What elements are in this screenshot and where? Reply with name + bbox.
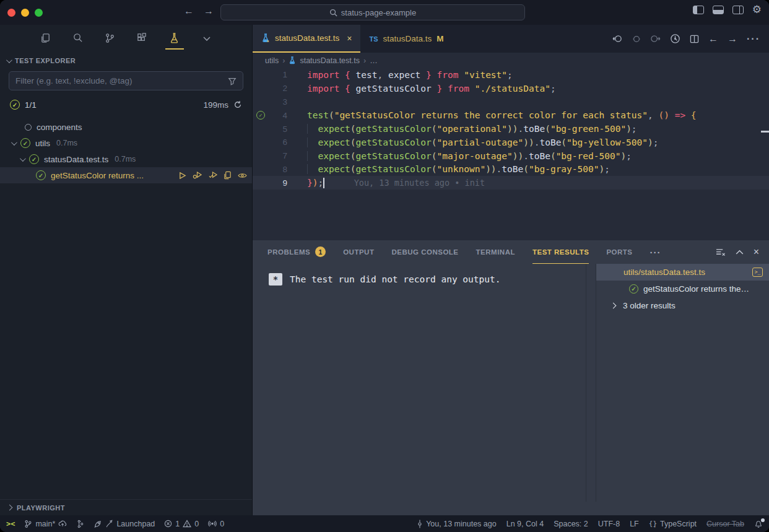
indentation-item[interactable]: Spaces: 2 [554,520,588,528]
toggle-left-sidebar-icon[interactable] [693,6,704,14]
git-branch-item[interactable]: main* [24,520,67,528]
breadcrumb-separator: › [363,56,366,65]
line-number: 8 [269,165,287,174]
history-forward-button[interactable]: → [202,6,215,17]
git-branch-icon [24,520,32,528]
test-file-icon: s [261,33,270,43]
result-row-file[interactable]: utils/statusData.test.ts >_ [596,264,769,281]
gear-icon[interactable]: ⚙ [752,6,762,14]
reveal-test-icon[interactable] [238,172,247,179]
error-icon [164,520,172,528]
chevron-down-icon [6,57,12,63]
result-row-older[interactable]: 3 older results [596,297,769,314]
titlebar: ← → status-page-example ⚙ [0,0,769,25]
more-actions-icon[interactable]: ··· [747,33,760,45]
app-window: ← → status-page-example ⚙ [0,0,769,532]
command-center-search[interactable]: status-page-example [220,4,525,20]
close-window-button[interactable] [7,9,15,17]
ports-status-item[interactable]: 0 [208,520,224,528]
run-circle-icon[interactable] [632,35,641,43]
remote-indicator[interactable]: >< [6,520,15,528]
toggle-bottom-panel-icon[interactable] [713,6,724,14]
tab-output[interactable]: OUTPUT [343,240,374,264]
launchpad-item[interactable]: Launchpad [93,520,155,528]
code-line-8: 8 expect(getStatusColor("unknown")).toBe… [253,163,769,177]
blame-status-item[interactable]: You, 13 minutes ago [417,520,497,528]
search-icon [329,9,337,17]
breadcrumb-file[interactable]: statusData.test.ts [300,56,360,65]
tree-item-components[interactable]: components [0,119,252,135]
rocket-icon [93,520,102,528]
breadcrumb-symbol[interactable]: … [370,56,378,65]
extensions-icon[interactable] [133,28,152,50]
run-next-icon[interactable] [650,34,661,43]
run-previous-icon[interactable] [612,34,623,43]
code-line-1: 1import { test, expect } from "vitest"; [253,68,769,82]
search-view-icon[interactable] [69,28,87,50]
explorer-icon[interactable] [37,28,55,50]
tree-item-utils[interactable]: ✓ utils 0.7ms [0,135,252,151]
navigate-back-icon[interactable]: ← [708,33,718,45]
tab-terminal[interactable]: TERMINAL [476,240,515,264]
test-explorer-header[interactable]: TEST EXPLORER [0,53,252,69]
language-mode-item[interactable]: {̹} TypeScript [649,520,697,528]
eol-item[interactable]: LF [630,520,639,528]
code-editor[interactable]: 1import { test, expect } from "vitest";2… [253,68,769,240]
test-filter-input[interactable] [15,76,228,85]
line-number: 5 [269,124,287,134]
navigate-forward-icon[interactable]: → [728,33,737,45]
zoom-window-button[interactable] [35,9,43,17]
close-tab-icon[interactable]: × [347,33,352,43]
terminal-icon[interactable]: >_ [752,268,763,277]
cursor-position-item[interactable]: Ln 9, Col 4 [506,520,544,528]
code-line-4: ✓4test("getStatusColor returns the corre… [253,108,769,122]
chevron-down-icon [11,139,17,146]
test-pass-gutter-icon: ✓ [256,111,265,120]
playwright-label: PLAYWRIGHT [17,504,65,512]
maximize-panel-icon[interactable] [736,250,744,255]
search-text: status-page-example [341,8,416,17]
result-row-test[interactable]: ✓ getStatusColor returns the… [596,281,769,297]
cursor-tab-item[interactable]: Cursor Tab [706,520,744,528]
test-pass-icon: ✓ [629,284,638,294]
tab-problems[interactable]: PROBLEMS 1 [267,240,326,264]
tree-item-getstatuscolor-test[interactable]: ✓ getStatusColor returns ... [0,167,252,183]
clear-output-icon[interactable] [716,248,726,256]
split-editor-icon[interactable] [690,35,699,43]
debug-test-icon[interactable] [193,172,202,180]
close-panel-icon[interactable]: × [754,246,759,258]
tab-ports[interactable]: PORTS [606,240,632,264]
history-back-button[interactable]: ← [182,6,196,17]
line-number: 9 [269,178,287,188]
commit-icon [417,520,423,528]
notifications-bell[interactable] [754,520,763,528]
breadcrumb-folder[interactable]: utils [265,56,279,65]
pipeline-status-item[interactable] [76,520,84,528]
panel-splitter[interactable] [586,264,596,502]
more-panel-tabs-icon[interactable]: ··· [650,240,661,264]
run-test-icon[interactable] [178,172,186,180]
tab-test-results[interactable]: TEST RESULTS [532,240,589,264]
typescript-file-icon: TS [369,35,378,43]
editor-tab-bar: s statusData.test.ts × TS statusData.ts … [253,25,769,53]
refresh-icon[interactable] [233,100,242,109]
filter-icon[interactable] [228,77,237,85]
copy-icon[interactable] [224,171,232,180]
playwright-section-header[interactable]: PLAYWRIGHT [0,499,252,515]
source-control-icon[interactable] [101,28,119,50]
tab-debug-console[interactable]: DEBUG CONSOLE [391,240,458,264]
tab-statusdata-test-ts[interactable]: s statusData.test.ts × [253,25,360,53]
problems-status-item[interactable]: 1 0 [164,520,199,528]
encoding-item[interactable]: UTF-8 [598,520,620,528]
tree-item-statusdata-test[interactable]: ✓ statusData.test.ts 0.7ms [0,151,252,167]
toggle-right-sidebar-icon[interactable] [732,6,744,14]
line-number: 6 [269,137,287,147]
testing-view-icon[interactable] [165,28,184,50]
minimize-window-button[interactable] [21,9,29,17]
tab-statusdata-ts[interactable]: TS statusData.ts M [360,25,452,53]
views-chevron-icon[interactable] [198,28,216,50]
line-number: 7 [269,151,287,160]
test-unrun-icon [25,124,32,131]
coverage-test-icon[interactable] [208,172,217,180]
run-tests-with-profile-icon[interactable] [670,33,680,44]
